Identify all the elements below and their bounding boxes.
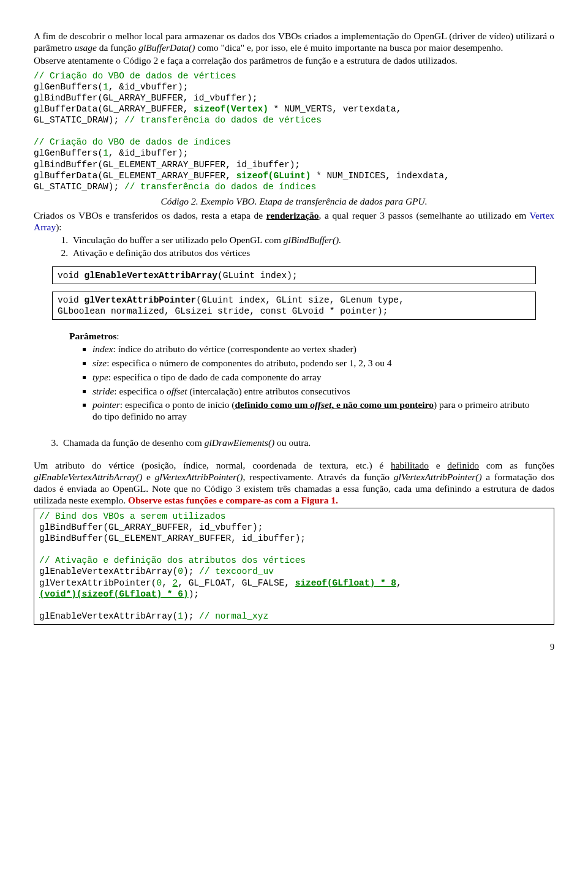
paragraph: Criados os VBOs e transferidos os dados,… xyxy=(34,210,554,233)
text: , a qual requer 3 passos (semelhante ao … xyxy=(319,210,530,220)
parameters-section: Parâmetros: index: índice do atributo do… xyxy=(69,331,536,423)
list-item: size: especifica o número de componentes… xyxy=(92,358,536,369)
paragraph: A fim de descobrir o melhor local para a… xyxy=(34,31,554,54)
code-line: glBindBuffer(GL_ARRAY_BUFFER, id_vbuffer… xyxy=(34,92,554,104)
code-line: void glVertexAttribPointer(GLuint index,… xyxy=(58,295,530,306)
code-block: // Criação do VBO de dados de índices gl… xyxy=(34,137,554,192)
code-comment: // Criação do VBO de dados de índices xyxy=(34,137,554,148)
italic-text: usage xyxy=(75,42,97,53)
text: Um atributo do vértice (posição, índice,… xyxy=(34,460,391,470)
text: ): xyxy=(56,222,61,232)
code-box: void glVertexAttribPointer(GLuint index,… xyxy=(52,292,536,320)
italic-text: glEnableVertexAttribArray() xyxy=(34,472,142,482)
code-line: glBufferData(GL_ARRAY_BUFFER, sizeof(Ver… xyxy=(34,104,554,115)
ordered-list: Vinculação do buffer a ser utilizado pel… xyxy=(57,235,554,259)
code-line: glBindBuffer(GL_ELEMENT_ARRAY_BUFFER, id… xyxy=(39,533,549,544)
code-line: glVertexAttribPointer(0, 2, GL_FLOAT, GL… xyxy=(39,578,549,589)
code-line: (void*)(sizeof(GLfloat) * 6)); xyxy=(39,589,549,600)
text: , respectivamente. Através da função xyxy=(243,472,394,482)
italic-text: glVertexAttribPointer() xyxy=(394,472,482,482)
warning-text: Observe estas funções e compare-as com a… xyxy=(128,495,338,505)
code-line: glBufferData(GL_ELEMENT_ARRAY_BUFFER, si… xyxy=(34,170,554,181)
list-item: stride: especifica o offset (intercalaçã… xyxy=(92,386,536,398)
list-item: Vinculação do buffer a ser utilizado pel… xyxy=(70,235,554,246)
code-block: // Criação do VBO de dados de vértices g… xyxy=(34,70,554,126)
code-line: glGenBuffers(1, &id_ibuffer); xyxy=(34,148,554,159)
paragraph: Um atributo do vértice (posição, índice,… xyxy=(34,460,554,507)
code-line xyxy=(39,544,549,555)
code-box: // Bind dos VBOs a serem utilizados glBi… xyxy=(34,508,554,625)
code-line: glBindBuffer(GL_ELEMENT_ARRAY_BUFFER, id… xyxy=(34,159,554,170)
code-comment: // Bind dos VBOs a serem utilizados xyxy=(39,511,549,522)
ordered-list: Chamada da função de desenho com glDrawE… xyxy=(47,437,554,449)
code-comment: // Criação do VBO de dados de vértices xyxy=(34,70,554,81)
list-item: index: índice do atributo do vértice (co… xyxy=(92,344,536,355)
text: e xyxy=(142,472,154,482)
code-line: glBindBuffer(GL_ARRAY_BUFFER, id_vbuffer… xyxy=(39,522,549,533)
italic-text: glVertexAttribPointer() xyxy=(155,472,243,482)
text: Criados os VBOs e transferidos os dados,… xyxy=(34,210,266,220)
code-line: glGenBuffers(1, &id_vbuffer); xyxy=(34,81,554,92)
code-line: GL_STATIC_DRAW); // transferência do dad… xyxy=(34,115,554,126)
underlined-text: definido xyxy=(447,460,479,470)
parameter-list: index: índice do atributo do vértice (co… xyxy=(86,344,536,423)
code-line: GLboolean normalized, GLsizei stride, co… xyxy=(58,306,530,317)
code-comment: // Ativação e definição dos atributos do… xyxy=(39,555,549,566)
list-item: pointer: especifica o ponto de início (d… xyxy=(92,399,536,423)
list-item: Ativação e definição dos atributos dos v… xyxy=(70,247,554,259)
code-caption: Código 2. Exemplo VBO. Etapa de transfer… xyxy=(34,196,554,208)
code-line: glEnableVertexAttribArray(1); // normal_… xyxy=(39,611,549,622)
emphasized-text: renderização xyxy=(266,210,319,220)
page-number: 9 xyxy=(34,642,554,652)
code-line: glEnableVertexAttribArray(0); // texcoor… xyxy=(39,566,549,577)
paragraph: Observe atentamente o Código 2 e faça a … xyxy=(34,55,554,67)
list-item: Chamada da função de desenho com glDrawE… xyxy=(61,437,554,449)
text: com as funções xyxy=(479,460,554,470)
code-line: GL_STATIC_DRAW); // transferência do dad… xyxy=(34,181,554,192)
list-item: type: especifica o tipo de dado de cada … xyxy=(92,372,536,383)
text: e xyxy=(429,460,447,470)
text: Observe atentamente o Código 2 e faça a … xyxy=(34,55,458,66)
code-line xyxy=(39,600,549,611)
text: da função xyxy=(97,42,138,53)
parameters-heading: Parâmetros: xyxy=(69,331,536,342)
code-line: void glEnableVertexAttribArray(GLuint in… xyxy=(58,271,298,281)
code-box: void glEnableVertexAttribArray(GLuint in… xyxy=(52,266,536,284)
text: como "dica" e, por isso, ele é muito imp… xyxy=(195,42,503,53)
underlined-text: habilitado xyxy=(391,460,429,470)
italic-text: glBufferData() xyxy=(138,42,195,53)
